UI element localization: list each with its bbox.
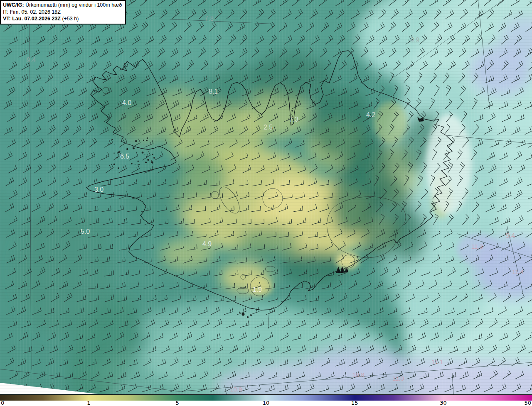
precip-point-label: 11.4 [512, 268, 524, 275]
init-time-line: IT: Fim. 05. 02. 2026 18Z [3, 9, 122, 16]
precip-point-label: 11.1 [431, 358, 443, 365]
map-canvas: 9.47.89.98.14.07.32.54.26.53.05.04.91.99… [0, 0, 532, 394]
colorbar: 01510153050 [0, 394, 532, 406]
precip-point-label: 1.9 [253, 286, 262, 293]
colorbar-tick: 1 [87, 400, 90, 406]
product-code: UWC/IG: [3, 2, 24, 8]
title-box: UWC/IG: Úrkomumætti (mm) og vindur i 100… [0, 0, 126, 24]
precip-point-label: 4.9 [202, 240, 212, 247]
precip-point-label: 5.0 [81, 228, 90, 235]
precip-point-label: 3.0 [94, 186, 103, 193]
precip-point-label: 7.3 [289, 116, 298, 123]
colorbar-tick: 50 [524, 400, 531, 406]
colorbar-tick-labels: 01510153050 [0, 401, 532, 406]
weather-map-app: 9.47.89.98.14.07.32.54.26.53.05.04.91.99… [0, 0, 532, 406]
precip-point-label: 11.0 [392, 375, 404, 382]
precip-point-label: 2.5 [264, 124, 273, 131]
lead-time: (+53 h) [62, 16, 79, 22]
precip-point-label: 10.9 [230, 386, 242, 393]
valid-time-bold: VT: Lau. 07.02.2026 23Z [3, 16, 61, 22]
precip-point-label: 9.4 [27, 56, 36, 64]
page-title: Úrkomumætti (mm) og vindur i 100m hæð [25, 2, 122, 8]
precip-point-label: 4.0 [122, 99, 131, 106]
precip-point-label: 9.4 [506, 232, 515, 239]
colorbar-tick: 15 [351, 400, 358, 406]
precip-point-label: 6.5 [120, 153, 129, 160]
colorbar-tick: 10 [263, 400, 270, 406]
colorbar-tick: 30 [440, 400, 447, 406]
colorbar-tick: 5 [175, 400, 179, 406]
precip-point-label: 4.2 [366, 111, 375, 118]
title-line-product: UWC/IG: Úrkomumætti (mm) og vindur i 100… [3, 2, 122, 9]
valid-time-line: VT: Lau. 07.02.2026 23Z (+53 h) [3, 15, 122, 22]
precip-point-label: 9.9 [410, 37, 419, 44]
precip-point-label: 7.8 [204, 15, 214, 22]
precip-point-label: 11.3 [471, 243, 483, 250]
precip-point-label: 10.8 [352, 371, 364, 378]
precip-point-label: 8.1 [209, 88, 218, 95]
colorbar-tick: 0 [1, 400, 4, 406]
